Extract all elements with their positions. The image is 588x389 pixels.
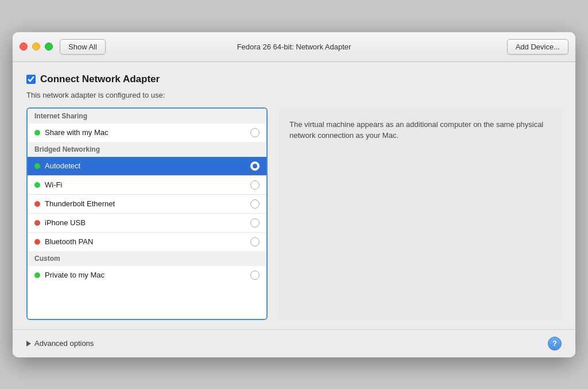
titlebar: Show All Fedora 26 64-bit: Network Adapt… [13,32,575,62]
radio-button[interactable] [250,237,260,247]
subtitle-text: This network adapter is configured to us… [26,91,562,99]
group-header-internet-sharing: Internet Sharing [28,109,266,124]
list-item[interactable]: Bluetooth PAN [28,232,266,251]
add-device-button[interactable]: Add Device... [507,39,568,55]
show-all-button[interactable]: Show All [60,39,106,55]
status-dot [34,201,40,207]
network-item-label: Wi-Fi [45,180,250,189]
network-item-label: Bluetooth PAN [45,237,250,246]
main-area: Internet Sharing Share with my Mac Bridg… [26,107,562,320]
radio-button[interactable] [250,128,260,137]
list-item[interactable]: Wi-Fi [28,175,266,194]
group-header-bridged-networking: Bridged Networking [28,142,266,157]
traffic-lights [20,43,53,51]
network-item-label: Autodetect [45,161,250,170]
status-dot [34,239,40,245]
list-item[interactable]: Share with my Mac [28,124,266,142]
radio-button[interactable] [250,161,260,171]
advanced-options-label: Advanced options [34,339,94,348]
network-item-label: Thunderbolt Ethernet [45,199,250,208]
list-item[interactable]: Thunderbolt Ethernet [28,194,266,213]
bottom-bar: Advanced options ? [13,329,575,357]
radio-button[interactable] [250,271,260,280]
network-item-label: Private to my Mac [45,271,250,279]
close-button[interactable] [20,43,28,51]
connect-checkbox[interactable] [26,75,36,84]
status-dot [34,182,40,188]
maximize-button[interactable] [45,43,53,51]
list-item[interactable]: Private to my Mac [28,266,266,284]
minimize-button[interactable] [32,43,40,51]
main-window: Show All Fedora 26 64-bit: Network Adapt… [13,32,575,357]
radio-button[interactable] [250,218,260,228]
radio-button[interactable] [250,199,260,209]
network-item-label: iPhone USB [45,218,250,227]
connect-row: Connect Network Adapter [26,74,562,85]
connect-label: Connect Network Adapter [40,74,160,85]
window-title: Fedora 26 64-bit: Network Adapter [237,43,351,51]
network-item-label: Share with my Mac [45,128,250,137]
network-list: Internet Sharing Share with my Mac Bridg… [26,107,268,320]
triangle-icon [26,341,31,346]
list-item[interactable]: iPhone USB [28,213,266,232]
description-text: The virtual machine appears as an additi… [289,120,543,140]
radio-button[interactable] [250,180,260,190]
list-item[interactable]: Autodetect [28,157,266,175]
status-dot [34,163,40,169]
content-area: Connect Network Adapter This network ada… [13,62,575,329]
advanced-options-toggle[interactable]: Advanced options [26,339,94,348]
group-header-custom: Custom [28,251,266,266]
status-dot [34,130,40,136]
help-button[interactable]: ? [548,337,562,351]
status-dot [34,272,40,278]
description-panel: The virtual machine appears as an additi… [279,107,562,320]
status-dot [34,220,40,226]
